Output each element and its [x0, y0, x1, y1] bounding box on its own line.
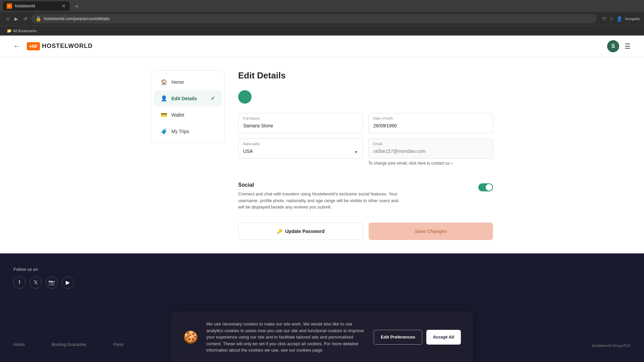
- sidebar-label-home: Home: [171, 79, 184, 85]
- cookie-message: We use necessary cookies to make our sit…: [206, 321, 366, 354]
- twitter-x-icon[interactable]: 𝕏: [30, 277, 42, 289]
- full-name-input[interactable]: [238, 113, 363, 133]
- sidebar-item-home[interactable]: 🏠 Home: [154, 74, 222, 90]
- lock-icon: 🔒: [36, 16, 41, 21]
- new-tab-button[interactable]: ＋: [72, 2, 81, 10]
- social-title: Social: [238, 182, 399, 188]
- edit-preferences-button[interactable]: Edit Preferences: [374, 330, 422, 345]
- sidebar-item-edit-details[interactable]: 👤 Edit Details ✓: [154, 90, 222, 106]
- plc-text: Hostelworld Group PLC: [592, 344, 631, 348]
- social-description: Connect and chat with travelers using Ho…: [238, 191, 399, 210]
- checkmark-icon: ✓: [211, 95, 215, 102]
- cookie-banner: 🍪 We use necessary cookies to make our s…: [171, 311, 473, 362]
- sidebar-item-wallet[interactable]: 💳 Wallet: [154, 107, 222, 123]
- bookmarks-label: All Bookmarks: [13, 29, 37, 33]
- email-group: Email To change your email, click here t…: [368, 138, 493, 166]
- footer-follow: Follow us on f 𝕏 📷 ▶: [13, 267, 631, 289]
- email-note-text: To change your email, click here to cont…: [368, 161, 450, 166]
- browser-tab[interactable]: h hostelworld ✕: [3, 1, 70, 11]
- cookie-actions: Edit Preferences Accept All: [374, 330, 461, 345]
- back-arrow-button[interactable]: ←: [13, 42, 20, 50]
- accept-all-button[interactable]: Accept All: [426, 330, 461, 345]
- form-row-1: Full Name Date of birth: [238, 113, 493, 133]
- buttons-row: 🔑 Update Password Save Changes: [238, 223, 493, 240]
- social-text-area: Social Connect and chat with travelers u…: [238, 182, 399, 210]
- footer-col-booking-label: Booking Guarantee: [52, 342, 86, 347]
- update-password-button[interactable]: 🔑 Update Password: [238, 223, 363, 240]
- tab-close-button[interactable]: ✕: [62, 4, 66, 8]
- all-bookmarks-item[interactable]: 📁 All Bookmarks: [4, 28, 39, 33]
- nationality-group: Nationality USA UK Canada Australia ▼: [238, 138, 363, 166]
- email-change-note[interactable]: To change your email, click here to cont…: [368, 161, 493, 166]
- browser-toolbar: ◀ ▶ ↺ 🔒 hostelworld.com/pwa/account/deta…: [0, 12, 644, 25]
- follow-title: Follow us on: [13, 267, 631, 272]
- instagram-icon[interactable]: 📷: [46, 277, 58, 289]
- toolbar-right: 🛡 ☆ 👤 Incognito: [602, 16, 640, 21]
- page-wrapper: ← HW HOSTELWORLD S ☰ 🏠 Home 👤 Edit Detai…: [0, 36, 644, 362]
- footer-area: Follow us on f 𝕏 📷 ▶ Hotels Booking Guar…: [0, 253, 644, 362]
- save-changes-button[interactable]: Save Changes: [369, 223, 493, 240]
- plc-text-area: Hostelworld Group PLC: [592, 342, 631, 350]
- dob-input[interactable]: [368, 113, 493, 133]
- header-right: S ☰: [607, 40, 631, 52]
- youtube-icon[interactable]: ▶: [62, 277, 74, 289]
- social-icons-row: f 𝕏 📷 ▶: [13, 277, 631, 289]
- save-changes-label: Save Changes: [415, 229, 447, 234]
- toggle-knob: [486, 184, 492, 191]
- sidebar-item-my-trips[interactable]: 🧳 My Trips: [154, 123, 222, 139]
- tab-title: hostelworld: [15, 4, 35, 8]
- bookmarks-bar: 📁 All Bookmarks: [0, 25, 644, 36]
- social-toggle[interactable]: [478, 183, 493, 191]
- browser-chrome: h hostelworld ✕ ＋ ◀ ▶ ↺ 🔒 hostelworld.co…: [0, 0, 644, 36]
- logo-box: HW: [27, 42, 40, 50]
- arrow-icon: ›: [451, 161, 453, 166]
- logo: HW HOSTELWORLD: [27, 42, 93, 50]
- user-avatar-circle: [238, 90, 252, 104]
- email-input: [368, 138, 493, 159]
- nationality-select[interactable]: USA UK Canada Australia: [238, 138, 363, 159]
- sidebar: 🏠 Home 👤 Edit Details ✓ 💳 Wallet 🧳 My Tr…: [151, 70, 225, 143]
- main-content: 🏠 Home 👤 Edit Details ✓ 💳 Wallet 🧳 My Tr…: [138, 57, 506, 253]
- sidebar-label-edit-details: Edit Details: [171, 96, 197, 101]
- home-icon: 🏠: [161, 79, 167, 85]
- hamburger-menu-button[interactable]: ☰: [625, 42, 631, 50]
- reload-button[interactable]: ↺: [22, 15, 29, 23]
- browser-titlebar: h hostelworld ✕ ＋: [0, 0, 644, 12]
- dob-group: Date of birth: [368, 113, 493, 133]
- edit-details-section: Edit Details Full Name Date of birth Nat…: [238, 70, 493, 240]
- social-row: Social Connect and chat with travelers u…: [238, 182, 493, 210]
- footer-col-press: Press: [113, 342, 123, 350]
- page-title: Edit Details: [238, 70, 493, 81]
- footer-col-hotels-label: Hotels: [13, 342, 25, 347]
- update-password-label: Update Password: [285, 229, 324, 234]
- folder-icon: 📁: [7, 28, 12, 33]
- bookmark-star-icon[interactable]: ☆: [609, 16, 614, 21]
- address-bar[interactable]: 🔒 hostelworld.com/pwa/account/details: [32, 14, 597, 23]
- footer-col-press-label: Press: [113, 342, 123, 347]
- footer-col-hotels: Hotels: [13, 342, 25, 350]
- trips-icon: 🧳: [161, 128, 167, 134]
- sidebar-label-wallet: Wallet: [171, 112, 184, 118]
- footer-col-booking: Booking Guarantee: [52, 342, 86, 350]
- profile-icon[interactable]: 👤: [616, 16, 622, 21]
- tab-favicon: h: [7, 3, 12, 9]
- lock-icon: 🔑: [277, 229, 282, 234]
- cookie-icon: 🍪: [183, 330, 198, 344]
- back-button[interactable]: ◀: [4, 15, 10, 23]
- person-icon: 👤: [161, 95, 167, 102]
- site-header: ← HW HOSTELWORLD S ☰: [0, 36, 644, 57]
- forward-button[interactable]: ▶: [13, 15, 19, 23]
- full-name-group: Full Name: [238, 113, 363, 133]
- url-text: hostelworld.com/pwa/account/details: [44, 16, 109, 21]
- shield-icon[interactable]: 🛡: [602, 16, 607, 21]
- facebook-icon[interactable]: f: [13, 277, 25, 289]
- social-section: Social Connect and chat with travelers u…: [238, 175, 493, 210]
- user-avatar[interactable]: S: [607, 40, 619, 52]
- form-row-2: Nationality USA UK Canada Australia ▼ Em…: [238, 138, 493, 166]
- logo-text: HOSTELWORLD: [42, 43, 93, 50]
- wallet-icon: 💳: [161, 112, 167, 118]
- incognito-label: Incognito: [625, 17, 640, 21]
- sidebar-label-my-trips: My Trips: [171, 129, 189, 134]
